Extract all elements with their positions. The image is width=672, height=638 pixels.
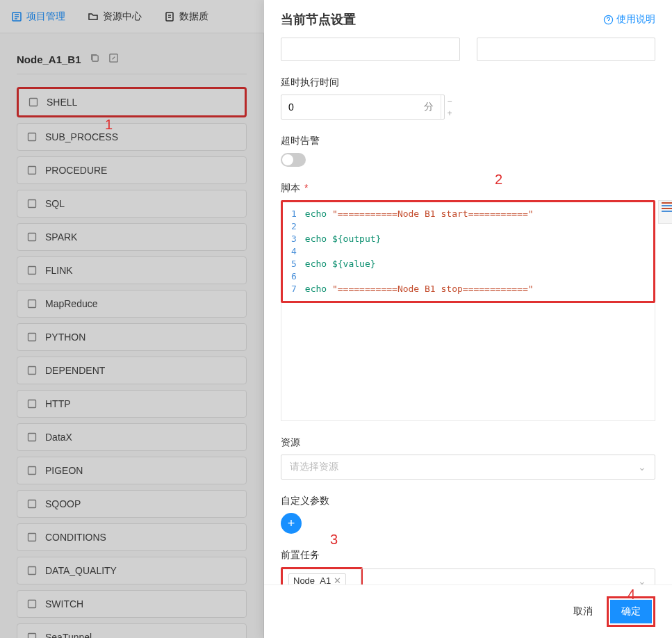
task-type-icon: [26, 197, 38, 210]
node-header: Node_A1_B1: [17, 44, 247, 74]
help-link[interactable]: 使用说明: [603, 13, 655, 26]
svg-rect-16: [28, 500, 36, 508]
task-type-label: DataX: [45, 432, 72, 443]
ok-button[interactable]: 确定: [610, 600, 652, 623]
svg-rect-4: [30, 99, 38, 106]
pretask-label: 前置任务: [281, 549, 655, 562]
document-icon: [164, 11, 175, 22]
task-type-label: HTTP: [45, 398, 71, 409]
svg-rect-10: [28, 300, 36, 308]
add-param-button[interactable]: +: [281, 513, 302, 534]
help-label: 使用说明: [616, 13, 655, 26]
task-type-sql[interactable]: SQL: [17, 190, 247, 218]
empty-field-1[interactable]: [281, 38, 460, 61]
task-type-label: DEPENDENT: [45, 365, 105, 376]
task-type-icon: [27, 96, 40, 108]
stepper-minus-icon[interactable]: −: [441, 95, 458, 107]
task-type-spark[interactable]: SPARK: [17, 223, 247, 251]
task-type-label: PROCEDURE: [45, 165, 107, 176]
custom-param-label: 自定义参数: [281, 495, 655, 507]
task-type-icon: [26, 631, 38, 638]
editor-empty-area[interactable]: [281, 303, 655, 421]
copy-icon[interactable]: [90, 53, 100, 65]
node-settings-drawer: 当前节点设置 使用说明 延时执行时间 分 − + 超时告警: [264, 0, 672, 638]
task-type-conditions[interactable]: CONDITIONS: [17, 523, 247, 551]
close-icon[interactable]: ✕: [334, 575, 341, 584]
task-type-label: SeaTunnel: [45, 632, 92, 638]
task-type-icon: [26, 231, 38, 243]
svg-rect-9: [28, 267, 36, 275]
svg-rect-11: [28, 334, 36, 341]
task-type-icon: [26, 297, 38, 310]
task-type-sqoop[interactable]: SQOOP: [17, 490, 247, 518]
task-type-list: SHELLSUB_PROCESSPROCEDURESQLSPARKFLINKMa…: [17, 87, 247, 638]
task-type-icon: [26, 264, 38, 277]
pretask-select[interactable]: ⌄: [361, 569, 655, 585]
task-type-datax[interactable]: DataX: [17, 423, 247, 451]
task-type-label: MapReduce: [45, 298, 98, 309]
svg-rect-1: [166, 13, 173, 21]
svg-rect-5: [28, 133, 36, 141]
task-type-python[interactable]: PYTHON: [17, 323, 247, 351]
stepper-plus-icon[interactable]: +: [441, 107, 458, 119]
task-type-label: SWITCH: [45, 598, 83, 610]
task-type-label: SUB_PROCESS: [45, 131, 118, 142]
task-type-label: SQL: [45, 198, 65, 209]
folder-icon: [88, 11, 99, 22]
delay-input[interactable]: 分 − +: [281, 95, 445, 120]
empty-field-2[interactable]: [477, 38, 656, 61]
task-type-label: CONDITIONS: [45, 532, 106, 543]
task-type-data_quality[interactable]: DATA_QUALITY: [17, 557, 247, 584]
task-type-http[interactable]: HTTP: [17, 390, 247, 418]
node-title: Node_A1_B1: [17, 54, 81, 65]
svg-rect-6: [28, 167, 36, 174]
task-type-icon: [26, 564, 38, 577]
nav-data-quality[interactable]: 数据质: [164, 10, 208, 23]
script-label: 脚本 *: [281, 182, 655, 195]
delay-label: 延时执行时间: [281, 76, 655, 89]
timeout-label: 超时告警: [281, 135, 655, 147]
task-type-icon: [26, 164, 38, 177]
task-type-label: SHELL: [47, 97, 77, 108]
task-type-label: FLINK: [45, 265, 73, 276]
delay-field[interactable]: [281, 101, 417, 113]
task-type-procedure[interactable]: PROCEDURE: [17, 156, 247, 184]
resource-label: 资源: [281, 436, 655, 449]
code-minimap[interactable]: [658, 200, 672, 224]
edit-icon[interactable]: [108, 53, 119, 65]
task-type-pigeon[interactable]: PIGEON: [17, 457, 247, 484]
task-type-icon: [26, 364, 38, 377]
task-type-icon: [26, 131, 38, 143]
svg-rect-12: [28, 367, 36, 375]
delay-unit: 分: [417, 101, 441, 113]
svg-rect-13: [28, 400, 36, 408]
task-type-flink[interactable]: FLINK: [17, 256, 247, 284]
resource-select[interactable]: 请选择资源 ⌄: [281, 455, 655, 480]
task-type-seatunnel[interactable]: SeaTunnel: [17, 623, 247, 638]
script-editor[interactable]: 1234567 echo "===========Node B1 start==…: [281, 200, 655, 303]
list-icon: [11, 11, 22, 22]
task-type-label: PYTHON: [45, 332, 85, 343]
task-type-icon: [26, 398, 38, 410]
task-type-label: DATA_QUALITY: [45, 565, 117, 576]
drawer-title: 当前节点设置: [281, 11, 356, 28]
resource-placeholder: 请选择资源: [290, 461, 338, 473]
pretask-tag[interactable]: Node_A1 ✕: [288, 573, 346, 584]
nav-project[interactable]: 项目管理: [11, 10, 65, 23]
nav-resource[interactable]: 资源中心: [88, 10, 142, 23]
task-type-mapreduce[interactable]: MapReduce: [17, 290, 247, 318]
chevron-down-icon: ⌄: [638, 461, 646, 473]
task-type-shell[interactable]: SHELL: [17, 87, 247, 117]
task-type-switch[interactable]: SWITCH: [17, 590, 247, 618]
timeout-switch[interactable]: [281, 153, 306, 167]
task-type-dependent[interactable]: DEPENDENT: [17, 357, 247, 384]
task-type-label: PIGEON: [45, 465, 83, 476]
cancel-button[interactable]: 取消: [571, 601, 596, 622]
task-type-icon: [26, 498, 38, 510]
task-type-sub_process[interactable]: SUB_PROCESS: [17, 123, 247, 151]
svg-rect-14: [28, 434, 36, 441]
chevron-down-icon: ⌄: [638, 575, 646, 585]
pretask-tag-label: Node_A1: [293, 575, 331, 584]
svg-rect-7: [28, 200, 36, 208]
task-type-label: SPARK: [45, 231, 77, 243]
